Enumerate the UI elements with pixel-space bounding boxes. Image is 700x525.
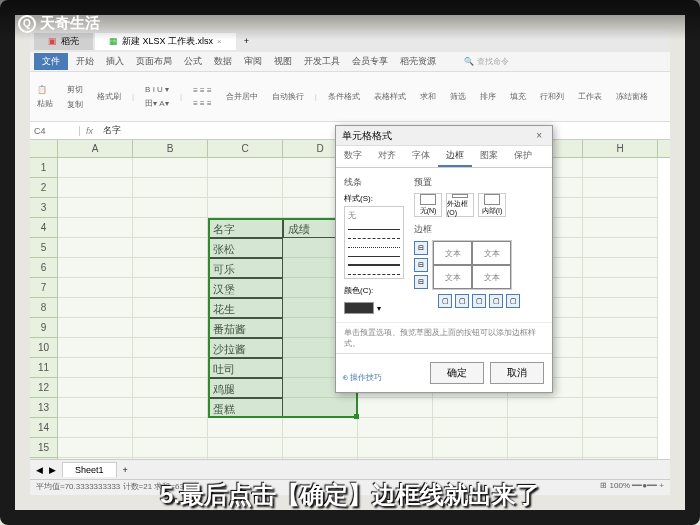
- wrap-button[interactable]: 自动换行: [269, 90, 307, 103]
- col-header-H[interactable]: H: [583, 140, 658, 157]
- cell-B6[interactable]: [133, 258, 208, 278]
- cell-G15[interactable]: [508, 438, 583, 458]
- file-menu[interactable]: 文件: [34, 53, 68, 70]
- dialog-close-button[interactable]: ×: [532, 130, 546, 141]
- menu-开始[interactable]: 开始: [70, 54, 100, 68]
- border-bot-button[interactable]: ⊟: [414, 275, 428, 289]
- cell-A16[interactable]: [58, 458, 133, 459]
- cell-A5[interactable]: [58, 238, 133, 258]
- cell-H2[interactable]: [583, 178, 658, 198]
- cell-H8[interactable]: [583, 298, 658, 318]
- cell-E14[interactable]: [358, 418, 433, 438]
- cell-E15[interactable]: [358, 438, 433, 458]
- cell-C8[interactable]: 花生: [208, 298, 283, 318]
- cell-H16[interactable]: [583, 458, 658, 459]
- cell-B11[interactable]: [133, 358, 208, 378]
- cell-A1[interactable]: [58, 158, 133, 178]
- col-header-B[interactable]: B: [133, 140, 208, 157]
- menu-审阅[interactable]: 审阅: [238, 54, 268, 68]
- col-header-C[interactable]: C: [208, 140, 283, 157]
- cell-C11[interactable]: 吐司: [208, 358, 283, 378]
- cell-H4[interactable]: [583, 218, 658, 238]
- cell-H12[interactable]: [583, 378, 658, 398]
- cell-A13[interactable]: [58, 398, 133, 418]
- cell-B13[interactable]: [133, 398, 208, 418]
- dlg-tab-图案[interactable]: 图案: [472, 146, 506, 167]
- cell-C10[interactable]: 沙拉酱: [208, 338, 283, 358]
- sort-button[interactable]: 排序: [477, 90, 499, 103]
- menu-稻壳资源[interactable]: 稻壳资源: [394, 54, 442, 68]
- cell-B3[interactable]: [133, 198, 208, 218]
- cell-A8[interactable]: [58, 298, 133, 318]
- preset-外边框(O)[interactable]: 外边框(O): [446, 193, 474, 217]
- cell-B12[interactable]: [133, 378, 208, 398]
- cell-C16[interactable]: [208, 458, 283, 459]
- cell-C6[interactable]: 可乐: [208, 258, 283, 278]
- dlg-tab-边框[interactable]: 边框: [438, 146, 472, 167]
- cell-A6[interactable]: [58, 258, 133, 278]
- cell-A7[interactable]: [58, 278, 133, 298]
- format-painter[interactable]: 格式刷: [94, 90, 124, 103]
- cell-E13[interactable]: [358, 398, 433, 418]
- border-mid-button[interactable]: ⊟: [414, 258, 428, 272]
- cell-H14[interactable]: [583, 418, 658, 438]
- cell-D14[interactable]: [283, 418, 358, 438]
- menu-会员专享[interactable]: 会员专享: [346, 54, 394, 68]
- line-style-list[interactable]: 无: [344, 206, 404, 279]
- cell-C7[interactable]: 汉堡: [208, 278, 283, 298]
- copy-button[interactable]: 复制: [64, 98, 86, 111]
- cell-H3[interactable]: [583, 198, 658, 218]
- cell-A9[interactable]: [58, 318, 133, 338]
- cell-G14[interactable]: [508, 418, 583, 438]
- cell-C4[interactable]: 名字: [208, 218, 283, 238]
- cell-A10[interactable]: [58, 338, 133, 358]
- menu-开发工具[interactable]: 开发工具: [298, 54, 346, 68]
- border-top-button[interactable]: ⊟: [414, 241, 428, 255]
- ok-button[interactable]: 确定: [430, 362, 484, 384]
- paste-button[interactable]: 📋: [34, 84, 56, 95]
- cell-B4[interactable]: [133, 218, 208, 238]
- cell-A3[interactable]: [58, 198, 133, 218]
- cell-A14[interactable]: [58, 418, 133, 438]
- menu-视图[interactable]: 视图: [268, 54, 298, 68]
- cell-C3[interactable]: [208, 198, 283, 218]
- cell-H1[interactable]: [583, 158, 658, 178]
- filter-button[interactable]: 筛选: [447, 90, 469, 103]
- menu-数据[interactable]: 数据: [208, 54, 238, 68]
- cell-A11[interactable]: [58, 358, 133, 378]
- select-all-corner[interactable]: [30, 140, 58, 157]
- cancel-button[interactable]: 取消: [490, 362, 544, 384]
- cell-B9[interactable]: [133, 318, 208, 338]
- col-header-A[interactable]: A: [58, 140, 133, 157]
- preset-内部(I)[interactable]: 内部(I): [478, 193, 506, 217]
- command-search[interactable]: 🔍 查找命令: [464, 56, 509, 67]
- menu-页面布局[interactable]: 页面布局: [130, 54, 178, 68]
- cell-D13[interactable]: [283, 398, 358, 418]
- dlg-tab-字体[interactable]: 字体: [404, 146, 438, 167]
- cell-C1[interactable]: [208, 158, 283, 178]
- cond-format[interactable]: 条件格式: [325, 90, 363, 103]
- cell-B2[interactable]: [133, 178, 208, 198]
- cell-C5[interactable]: 张松: [208, 238, 283, 258]
- cell-H6[interactable]: [583, 258, 658, 278]
- cell-C2[interactable]: [208, 178, 283, 198]
- fx-icon[interactable]: fx: [80, 126, 99, 136]
- cell-F15[interactable]: [433, 438, 508, 458]
- merge-button[interactable]: 合并居中: [223, 90, 261, 103]
- cell-B7[interactable]: [133, 278, 208, 298]
- sheet-tab-1[interactable]: Sheet1: [62, 462, 117, 477]
- cell-H15[interactable]: [583, 438, 658, 458]
- cell-A15[interactable]: [58, 438, 133, 458]
- cell-F13[interactable]: [433, 398, 508, 418]
- dlg-tab-保护[interactable]: 保护: [506, 146, 540, 167]
- cell-B14[interactable]: [133, 418, 208, 438]
- sum-button[interactable]: 求和: [417, 90, 439, 103]
- operation-hint[interactable]: ⊕ 操作技巧: [342, 372, 382, 383]
- cell-H13[interactable]: [583, 398, 658, 418]
- name-box[interactable]: C4: [30, 126, 80, 136]
- cell-C9[interactable]: 番茄酱: [208, 318, 283, 338]
- cell-D16[interactable]: [283, 458, 358, 459]
- cell-C15[interactable]: [208, 438, 283, 458]
- cell-H9[interactable]: [583, 318, 658, 338]
- cell-H5[interactable]: [583, 238, 658, 258]
